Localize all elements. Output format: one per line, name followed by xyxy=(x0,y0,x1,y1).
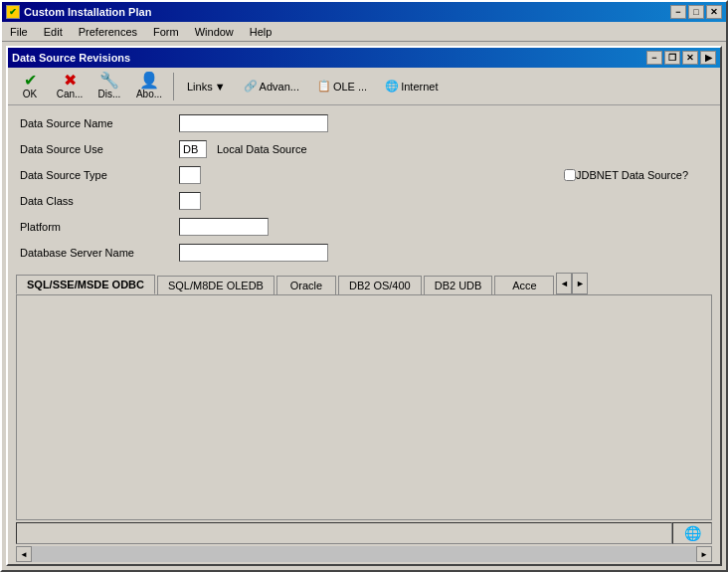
app-container: ✔ Custom Installation Plan − □ ✕ File Ed… xyxy=(0,0,728,572)
menu-file[interactable]: File xyxy=(6,25,32,39)
db-server-label: Database Server Name xyxy=(20,247,179,259)
tab-sqlm8de[interactable]: SQL/M8DE OLEDB xyxy=(157,276,274,294)
scroll-track[interactable] xyxy=(32,546,696,562)
bottom-status-bar: 🌐 xyxy=(16,522,712,544)
inner-restore-button[interactable]: ❐ xyxy=(664,51,680,65)
data-source-window: Data Source Revisions − ❐ ✕ ▶ ✔ OK ✖ Can… xyxy=(6,46,722,566)
advan-button[interactable]: 🔗 Advan... xyxy=(237,77,306,95)
app-window-controls: − □ ✕ xyxy=(670,5,722,19)
tab-acce[interactable]: Acce xyxy=(494,276,554,294)
cancel-button[interactable]: ✖ Can... xyxy=(52,71,88,102)
tabs-section: SQL/SSE/MSDE ODBC SQL/M8DE OLEDB Oracle … xyxy=(8,273,720,520)
platform-label: Platform xyxy=(20,221,179,233)
tab-nav: SQL/SSE/MSDE ODBC SQL/M8DE OLEDB Oracle … xyxy=(16,273,712,294)
platform-row: Platform xyxy=(20,217,708,237)
menu-window[interactable]: Window xyxy=(191,25,238,39)
data-class-label: Data Class xyxy=(20,195,179,207)
toolbar-separator xyxy=(173,73,174,100)
tab-oracle[interactable]: Oracle xyxy=(276,276,336,294)
platform-input[interactable] xyxy=(179,218,269,236)
data-class-input[interactable] xyxy=(179,192,201,210)
datasource-name-input[interactable] xyxy=(179,114,328,132)
datasource-name-row: Data Source Name xyxy=(20,113,708,133)
globe-icon: 🌐 xyxy=(684,525,701,541)
app-icon: ✔ xyxy=(6,5,20,19)
scroll-left-button[interactable]: ◄ xyxy=(16,546,32,562)
internet-button[interactable]: 🌐 Internet xyxy=(378,77,445,95)
close-button[interactable]: ✕ xyxy=(706,5,722,19)
abo-button[interactable]: 👤 Abo... xyxy=(131,71,167,102)
menu-preferences[interactable]: Preferences xyxy=(75,25,141,39)
datasource-type-label: Data Source Type xyxy=(20,169,179,181)
jdbnet-checkbox[interactable] xyxy=(564,169,576,181)
toolbar: ✔ OK ✖ Can... 🔧 Dis... 👤 Abo... Links xyxy=(8,68,720,105)
scroll-right-button[interactable]: ► xyxy=(696,546,712,562)
abo-icon: 👤 xyxy=(139,73,159,89)
tab-scroll-left[interactable]: ◄ xyxy=(556,273,572,294)
inner-minimize-button[interactable]: − xyxy=(646,51,662,65)
data-class-row: Data Class xyxy=(20,191,708,211)
advan-icon: 🔗 xyxy=(244,80,258,93)
tab-sqlsse[interactable]: SQL/SSE/MSDE ODBC xyxy=(16,275,155,294)
datasource-name-label: Data Source Name xyxy=(20,117,179,129)
tab-panel-content xyxy=(17,295,711,519)
tab-scroll-right[interactable]: ► xyxy=(572,273,588,294)
ok-button[interactable]: ✔ OK xyxy=(12,71,48,102)
datasource-type-row: Data Source Type JDBNET Data Source? xyxy=(20,165,708,185)
inner-window-controls: − ❐ ✕ ▶ xyxy=(646,51,716,65)
form-section: Data Source Name Data Source Use Local D… xyxy=(8,105,720,273)
maximize-button[interactable]: □ xyxy=(688,5,704,19)
horizontal-scrollbar: ◄ ► xyxy=(16,546,712,562)
datasource-use-input[interactable] xyxy=(179,140,207,158)
menu-form[interactable]: Form xyxy=(149,25,183,39)
app-title-bar: ✔ Custom Installation Plan − □ ✕ xyxy=(2,2,726,22)
jdbnet-label: JDBNET Data Source? xyxy=(576,169,688,181)
menu-edit[interactable]: Edit xyxy=(40,25,67,39)
datasource-use-label: Data Source Use xyxy=(20,143,179,155)
ole-icon: 📋 xyxy=(317,80,331,93)
dis-icon: 🔧 xyxy=(99,73,119,89)
status-left-pane xyxy=(16,522,672,544)
inner-extra-button[interactable]: ▶ xyxy=(700,51,716,65)
db-server-input[interactable] xyxy=(179,244,328,262)
datasource-use-row: Data Source Use Local Data Source xyxy=(20,139,708,159)
menu-help[interactable]: Help xyxy=(246,25,276,39)
status-right-pane: 🌐 xyxy=(672,522,712,544)
ole-button[interactable]: 📋 OLE ... xyxy=(310,77,374,95)
inner-window-title: Data Source Revisions xyxy=(12,52,130,64)
datasource-type-input[interactable] xyxy=(179,166,201,184)
content-area: Data Source Revisions − ❐ ✕ ▶ ✔ OK ✖ Can… xyxy=(2,42,726,570)
links-button[interactable]: Links ▼ xyxy=(180,78,233,95)
db-server-row: Database Server Name xyxy=(20,243,708,263)
inner-title-bar: Data Source Revisions − ❐ ✕ ▶ xyxy=(8,48,720,68)
menu-bar: File Edit Preferences Form Window Help xyxy=(2,22,726,42)
ok-icon: ✔ xyxy=(24,73,37,89)
internet-icon: 🌐 xyxy=(385,80,399,93)
tab-db2udb[interactable]: DB2 UDB xyxy=(424,276,493,294)
cancel-icon: ✖ xyxy=(64,73,77,89)
minimize-button[interactable]: − xyxy=(670,5,686,19)
app-title: Custom Installation Plan xyxy=(24,6,151,18)
inner-close-button[interactable]: ✕ xyxy=(682,51,698,65)
dis-button[interactable]: 🔧 Dis... xyxy=(91,71,127,102)
tab-panel xyxy=(16,294,712,520)
links-arrow-icon: ▼ xyxy=(215,81,226,93)
tab-db2os400[interactable]: DB2 OS/400 xyxy=(338,276,422,294)
local-data-source-label: Local Data Source xyxy=(217,143,307,155)
